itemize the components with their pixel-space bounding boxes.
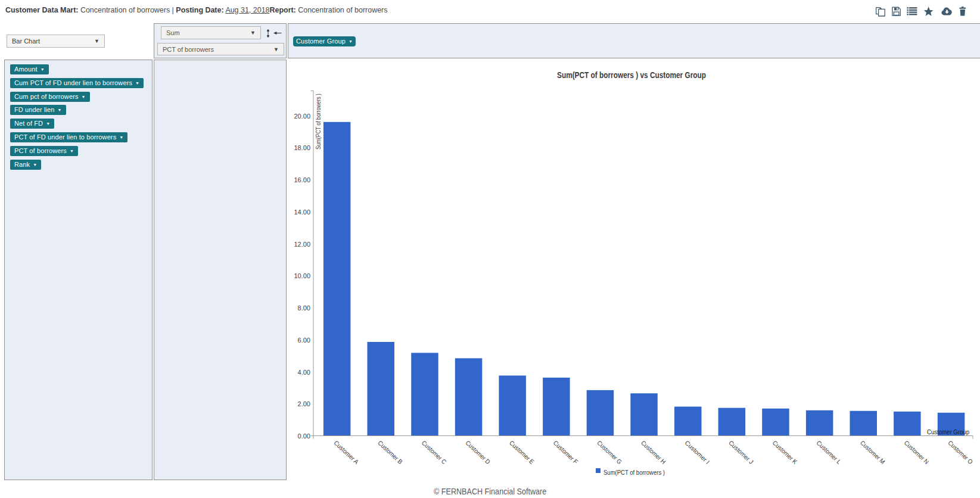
svg-text:Customer N: Customer N — [903, 439, 931, 465]
svg-text:Customer C: Customer C — [421, 439, 448, 466]
svg-text:12.00: 12.00 — [294, 241, 310, 248]
svg-text:2.00: 2.00 — [298, 400, 310, 407]
svg-text:Customer Group: Customer Group — [927, 428, 969, 435]
svg-text:Customer F: Customer F — [552, 439, 580, 465]
svg-text:Sum(PCT of borrowers ): Sum(PCT of borrowers ) — [315, 94, 322, 150]
svg-text:0.00: 0.00 — [298, 432, 310, 440]
svg-text:Customer B: Customer B — [377, 439, 404, 465]
svg-text:Customer A: Customer A — [332, 439, 360, 465]
svg-text:10.00: 10.00 — [294, 272, 310, 279]
svg-text:Sum(PCT of borrowers ) vs Cust: Sum(PCT of borrowers ) vs Customer Group — [557, 70, 706, 80]
svg-text:Customer J: Customer J — [727, 439, 755, 465]
svg-text:Customer D: Customer D — [464, 439, 491, 466]
svg-text:Customer O: Customer O — [947, 439, 974, 465]
svg-text:18.00: 18.00 — [294, 144, 310, 151]
svg-text:Customer L: Customer L — [815, 439, 842, 465]
svg-text:Customer H: Customer H — [640, 439, 667, 465]
svg-text:Customer I: Customer I — [683, 439, 711, 465]
svg-text:Sum(PCT of borrowers ): Sum(PCT of borrowers ) — [603, 469, 665, 476]
svg-text:8.00: 8.00 — [298, 304, 310, 312]
svg-text:14.00: 14.00 — [294, 208, 310, 216]
svg-text:Customer G: Customer G — [596, 439, 623, 465]
svg-text:16.00: 16.00 — [294, 176, 310, 183]
svg-text:6.00: 6.00 — [298, 337, 310, 344]
svg-text:Customer K: Customer K — [771, 439, 799, 465]
svg-text:4.00: 4.00 — [298, 369, 310, 376]
svg-text:Customer M: Customer M — [859, 439, 886, 465]
svg-text:Customer E: Customer E — [508, 439, 536, 465]
svg-text:20.00: 20.00 — [294, 113, 310, 120]
